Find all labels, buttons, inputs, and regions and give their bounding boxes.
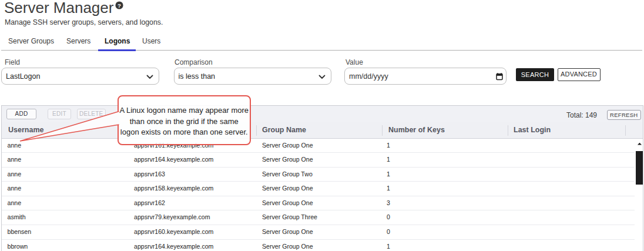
svg-text:?: ? [118, 2, 121, 9]
